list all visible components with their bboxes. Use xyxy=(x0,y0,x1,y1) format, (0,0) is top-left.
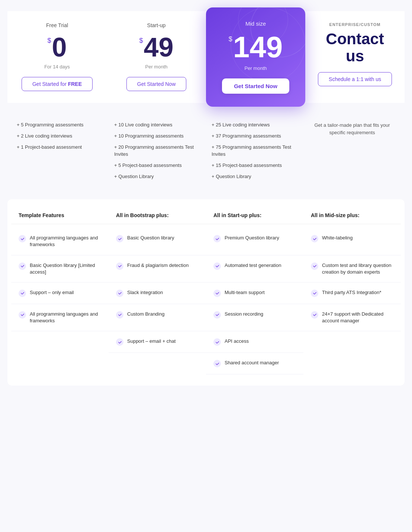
features-col-free: + 5 Programming assessments + 2 Live cod… xyxy=(11,122,109,184)
check-icon xyxy=(19,262,26,270)
check-icon xyxy=(213,360,221,367)
features-col-midsize: + 25 Live coding interviews + 37 Program… xyxy=(206,122,303,184)
plan-midsize-cta-button[interactable]: Get Started Now xyxy=(222,78,289,94)
feature-text-3-2: Session recording xyxy=(225,311,263,317)
midsize-feature-3: + 75 Programming assessments Test Invite… xyxy=(212,144,298,157)
midsize-feature-2: + 37 Programming assessments xyxy=(212,133,298,139)
plan-startup-period: Per month xyxy=(145,64,168,70)
feature-row-1-col-1: Fraud & plagiarism detection xyxy=(109,255,206,283)
feature-text-1-1: Fraud & plagiarism detection xyxy=(127,262,189,269)
check-icon xyxy=(213,290,221,297)
feature-row-5-col-2: Shared account manager xyxy=(206,353,303,374)
check-icon xyxy=(116,235,123,242)
feature-header-3: All in Mid-size plus: xyxy=(303,212,401,218)
pricing-section: Free Trial $ 0 For 14 days Get Started f… xyxy=(0,0,412,400)
midsize-feature-1: + 25 Live coding interviews xyxy=(212,122,298,128)
feature-text-0-0: All programming languages and frameworks xyxy=(30,235,101,248)
free-feature-2: + 2 Live coding interviews xyxy=(17,133,103,139)
feature-text-3-1: Custom Branding xyxy=(127,311,164,317)
feature-text-0-1: Basic Question library xyxy=(127,235,174,241)
check-icon xyxy=(116,262,123,270)
plan-startup-price-container: $ 49 xyxy=(139,34,173,61)
check-icon xyxy=(19,311,26,319)
plan-free-cta-button[interactable]: Get Started for FREE xyxy=(22,77,93,91)
free-feature-3: + 1 Project-based assessment xyxy=(17,144,103,151)
feature-row-1-col-0: Basic Question library [Limited access] xyxy=(11,255,109,283)
feature-table-header: Template Features All in Bootstrap plus:… xyxy=(11,207,401,224)
feature-text-1-3: Custom test and library question creatio… xyxy=(322,262,393,275)
plan-startup-cta-button[interactable]: Get Started Now xyxy=(126,77,187,91)
features-col-startup: + 10 Live coding interviews + 10 Program… xyxy=(109,122,206,184)
plan-features-row: + 5 Programming assessments + 2 Live cod… xyxy=(7,122,405,184)
free-bold-text: FREE xyxy=(68,81,82,87)
free-feature-1: + 5 Programming assessments xyxy=(17,122,103,128)
feature-header-0: Template Features xyxy=(11,212,109,218)
feature-row-4-col-1: Support – email + chat xyxy=(109,331,206,353)
enterprise-desc: Get a tailor-made plan that fits your sp… xyxy=(309,122,395,136)
feature-row-2: Support – only email Slack integration M… xyxy=(11,283,401,304)
feature-row-0-col-1: Basic Question library xyxy=(109,228,206,255)
feature-table: Template Features All in Bootstrap plus:… xyxy=(7,199,405,386)
feature-row-3-col-1: Custom Branding xyxy=(109,304,206,331)
feature-text-2-0: Support – only email xyxy=(30,289,74,296)
feature-row-1-col-3: Custom test and library question creatio… xyxy=(303,255,401,283)
check-icon xyxy=(311,235,318,242)
plan-enterprise-price: Contactus xyxy=(326,30,384,65)
plan-startup-name: Start-up xyxy=(147,22,166,28)
plan-midsize-amount: 149 xyxy=(233,32,283,62)
feature-text-5-2: Shared account manager xyxy=(225,359,279,366)
midsize-feature-5: + Question Library xyxy=(212,173,298,180)
startup-feature-1: + 10 Live coding interviews xyxy=(114,122,200,128)
plan-midsize-dollar: $ xyxy=(229,35,232,43)
check-icon xyxy=(19,290,26,297)
feature-header-1: All in Bootstrap plus: xyxy=(109,212,206,218)
feature-row-4: Support – email + chat API access xyxy=(11,331,401,353)
check-icon xyxy=(311,262,318,270)
feature-text-2-3: Third party ATS Integration* xyxy=(322,289,381,296)
check-icon xyxy=(311,311,318,319)
startup-feature-3: + 20 Programming assessments Test Invite… xyxy=(114,144,200,157)
feature-row-4-col-2: API access xyxy=(206,331,303,353)
check-icon xyxy=(213,338,221,346)
plan-free-dollar: $ xyxy=(47,37,51,45)
feature-text-3-0: All programming languages and frameworks xyxy=(30,311,101,324)
feature-row-0-col-2: Premium Question library xyxy=(206,228,303,255)
plan-enterprise-cta-button[interactable]: Schedule a 1:1 with us xyxy=(318,72,392,86)
feature-text-0-2: Premium Question library xyxy=(225,235,279,241)
plan-free-amount: 0 xyxy=(52,34,67,61)
feature-text-1-0: Basic Question library [Limited access] xyxy=(30,262,101,275)
feature-text-0-3: White-labeling xyxy=(322,235,353,241)
plan-startup: Start-up $ 49 Per month Get Started Now xyxy=(107,11,206,103)
check-icon xyxy=(213,262,221,270)
feature-row-3-col-2: Session recording xyxy=(206,304,303,331)
plan-free-price-container: $ 0 xyxy=(47,34,67,61)
plan-midsize-name: Mid size xyxy=(245,20,266,27)
plans-row: Free Trial $ 0 For 14 days Get Started f… xyxy=(7,11,405,103)
feature-row-2-col-2: Multi-team support xyxy=(206,283,303,304)
feature-row-0-col-0: All programming languages and frameworks xyxy=(11,228,109,255)
feature-row-1: Basic Question library [Limited access] … xyxy=(11,255,401,283)
feature-row-1-col-2: Automated test generation xyxy=(206,255,303,283)
check-icon xyxy=(213,311,221,319)
feature-text-4-1: Support – email + chat xyxy=(127,338,176,345)
feature-row-3-col-3: 24×7 support with Dedicated account mana… xyxy=(303,304,401,331)
check-icon xyxy=(116,311,123,319)
plan-enterprise: ENTERPRISE/CUSTOM Contactus Schedule a 1… xyxy=(305,11,405,103)
feature-row-3-col-0: All programming languages and frameworks xyxy=(11,304,109,331)
check-icon xyxy=(116,290,123,297)
check-icon xyxy=(213,235,221,242)
feature-text-1-2: Automated test generation xyxy=(225,262,281,269)
startup-feature-4: + 5 Project-based assessments xyxy=(114,162,200,169)
plan-startup-amount: 49 xyxy=(144,34,173,61)
feature-row-2-col-0: Support – only email xyxy=(11,283,109,304)
check-icon xyxy=(311,290,318,297)
feature-row-3: All programming languages and frameworks… xyxy=(11,304,401,331)
feature-row-0-col-3: White-labeling xyxy=(303,228,401,255)
feature-row-2-col-3: Third party ATS Integration* xyxy=(303,283,401,304)
feature-header-2: All in Start-up plus: xyxy=(206,212,303,218)
plan-free: Free Trial $ 0 For 14 days Get Started f… xyxy=(7,11,107,103)
check-icon xyxy=(19,235,26,242)
plan-midsize-price-container: $ 149 xyxy=(229,32,283,62)
feature-row-5: Shared account manager xyxy=(11,353,401,374)
startup-feature-5: + Question Library xyxy=(114,173,200,180)
